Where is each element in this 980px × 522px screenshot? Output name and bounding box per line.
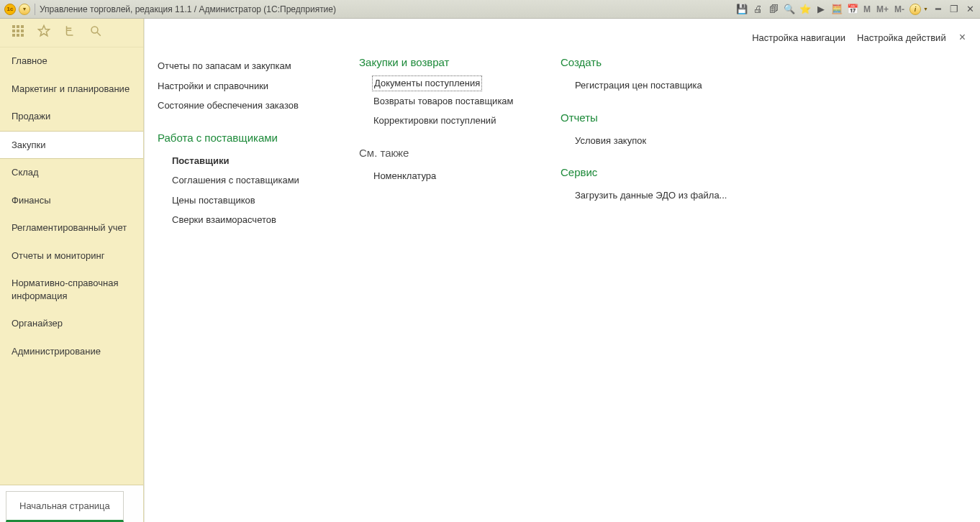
memory-mminus-button[interactable]: M-: [894, 4, 905, 14]
nav-link[interactable]: Номенклатура: [359, 166, 525, 186]
close-window-button[interactable]: [964, 4, 976, 15]
link-group: ОтчетыУсловия закупок: [561, 111, 727, 151]
nav-link[interactable]: Поставщики: [158, 151, 323, 171]
nav-link[interactable]: Регистрация цен поставщика: [561, 75, 727, 96]
link-group: См. такжеНоменклатура: [359, 147, 525, 186]
nav-link[interactable]: Настройки и справочники: [158, 76, 323, 96]
group-title: Отчеты: [561, 111, 727, 124]
nav-link[interactable]: Возвраты товаров поставщикам: [359, 91, 525, 111]
sidebar-item[interactable]: Закупки: [0, 131, 143, 160]
sidebar-item[interactable]: Органайзер: [0, 310, 143, 338]
sidebar-bottom: Начальная страница: [0, 485, 143, 522]
documents-icon[interactable]: [768, 4, 779, 15]
app-menu-dropdown[interactable]: ▾: [19, 4, 30, 15]
memory-mplus-button[interactable]: M+: [876, 4, 889, 14]
svg-rect-7: [17, 34, 19, 37]
group-title: Сервис: [561, 166, 727, 178]
close-panel-button[interactable]: ×: [958, 31, 967, 44]
nav-link[interactable]: Корректировки поступлений: [359, 111, 525, 131]
svg-rect-2: [21, 25, 24, 28]
nav-link[interactable]: Документы поступления: [372, 75, 482, 91]
sidebar-item[interactable]: Нормативно-справочная информация: [0, 270, 143, 310]
calculator-icon[interactable]: [831, 4, 843, 15]
maximize-button[interactable]: [948, 4, 960, 15]
calendar-icon[interactable]: [847, 4, 858, 15]
star-icon[interactable]: [37, 24, 50, 41]
forward-icon[interactable]: [815, 4, 827, 15]
sidebar-item[interactable]: Регламентированный учет: [0, 214, 143, 242]
sidebar-item[interactable]: Администрирование: [0, 338, 143, 366]
group-title: Работа с поставщиками: [158, 132, 323, 144]
group-title: См. также: [359, 147, 525, 159]
link-group: СоздатьРегистрация цен поставщика: [561, 56, 727, 96]
favorites-icon[interactable]: [799, 4, 811, 15]
info-icon[interactable]: i: [909, 4, 921, 15]
content-column: Закупки и возвратДокументы поступленияВо…: [359, 56, 525, 201]
sidebar-item[interactable]: Главное: [0, 47, 143, 75]
minimize-button[interactable]: [933, 4, 944, 15]
sidebar-item[interactable]: Отчеты и мониторинг: [0, 242, 143, 270]
nav-link[interactable]: Состояние обеспечения заказов: [158, 96, 323, 116]
info-dropdown-icon[interactable]: ▼: [923, 6, 928, 12]
content-column: Отчеты по запасам и закупкамНастройки и …: [158, 56, 323, 246]
sections-grid-icon[interactable]: [12, 24, 24, 41]
svg-marker-9: [39, 26, 50, 36]
sidebar-item[interactable]: Продажи: [0, 103, 143, 131]
app-logo-icon: 1c: [4, 4, 16, 15]
nav-link[interactable]: Загрузить данные ЭДО из файла...: [561, 186, 727, 206]
save-icon[interactable]: [736, 4, 748, 15]
navigation-settings-link[interactable]: Настройка навигации: [752, 32, 845, 43]
svg-rect-6: [12, 34, 15, 37]
print-icon[interactable]: [752, 4, 763, 15]
search-icon[interactable]: [89, 24, 102, 41]
actions-settings-link[interactable]: Настройка действий: [857, 32, 946, 43]
svg-point-10: [91, 27, 98, 33]
history-icon[interactable]: [63, 24, 76, 41]
memory-m-button[interactable]: M: [863, 4, 871, 14]
nav-link[interactable]: Соглашения с поставщиками: [158, 170, 323, 191]
search-icon[interactable]: [784, 4, 795, 15]
sidebar-toolbar: [0, 19, 143, 47]
titlebar: 1c ▾ Управление торговлей, редакция 11.1…: [0, 0, 980, 19]
nav-link[interactable]: Отчеты по запасам и закупкам: [158, 56, 323, 76]
svg-rect-0: [12, 25, 15, 28]
svg-line-11: [97, 32, 101, 36]
nav-link[interactable]: Цены поставщиков: [158, 191, 323, 211]
svg-rect-4: [17, 29, 19, 32]
link-group: Отчеты по запасам и закупкамНастройки и …: [158, 56, 323, 116]
svg-rect-8: [21, 34, 24, 37]
sidebar: ГлавноеМаркетинг и планированиеПродажиЗа…: [0, 19, 144, 522]
svg-rect-5: [21, 29, 24, 32]
content: Отчеты по запасам и закупкамНастройки и …: [145, 56, 980, 259]
window-title: Управление торговлей, редакция 11.1 / Ад…: [40, 4, 336, 14]
nav-link[interactable]: Сверки взаиморасчетов: [158, 210, 323, 230]
svg-rect-3: [12, 29, 15, 32]
sidebar-nav: ГлавноеМаркетинг и планированиеПродажиЗа…: [0, 47, 143, 485]
svg-rect-1: [17, 25, 19, 28]
separator: [35, 4, 35, 15]
link-group: Работа с поставщикамиПоставщикиСоглашени…: [158, 132, 323, 230]
start-page-tab[interactable]: Начальная страница: [6, 491, 124, 522]
nav-link[interactable]: Условия закупок: [561, 131, 727, 151]
sidebar-item[interactable]: Маркетинг и планирование: [0, 75, 143, 104]
group-title: Закупки и возврат: [359, 56, 525, 68]
main-topbar: Настройка навигации Настройка действий ×: [145, 19, 980, 56]
link-group: СервисЗагрузить данные ЭДО из файла...: [561, 166, 727, 206]
group-title: Создать: [561, 56, 727, 68]
sidebar-item[interactable]: Финансы: [0, 187, 143, 215]
content-column: СоздатьРегистрация цен поставщикаОтчетыУ…: [561, 56, 727, 221]
main: Настройка навигации Настройка действий ×…: [144, 19, 980, 522]
link-group: Закупки и возвратДокументы поступленияВо…: [359, 56, 525, 131]
sidebar-item[interactable]: Склад: [0, 159, 143, 187]
